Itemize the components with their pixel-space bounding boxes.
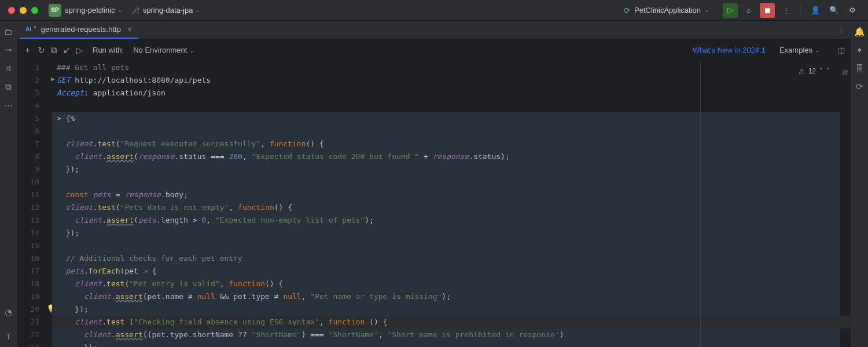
structure-tool-icon[interactable]: ⧉ [5, 82, 12, 92]
warning-count: 12 [808, 67, 816, 75]
copy-icon[interactable]: ⧉ [51, 45, 57, 56]
search-icon[interactable]: 🔍 [826, 3, 841, 18]
whats-new-link[interactable]: What's New in 2024.1 [693, 46, 766, 54]
run-config-icon: ⟳ [624, 6, 631, 15]
add-request-icon[interactable]: ＋ [23, 45, 32, 56]
import-icon[interactable]: ↙ [63, 45, 71, 56]
right-tool-strip: 🔔 ✦ 🗄 ⟳ [851, 21, 868, 347]
services-tool-icon[interactable]: ◔ [5, 307, 12, 318]
window-controls [8, 7, 38, 14]
project-tool-icon[interactable]: 🗀 [4, 27, 13, 36]
gutter[interactable]: 1234 5678 9101112 13141516 17181920 2122… [17, 61, 52, 347]
tab-filename: generated-requests.http [41, 25, 121, 34]
examples-dropdown[interactable]: Examples⌄ [779, 46, 827, 54]
minimap-indicator: m [842, 67, 847, 77]
chevron-down-icon: ⌄ [704, 7, 709, 13]
code-with-me-icon[interactable]: 👤 [808, 3, 823, 18]
settings-icon[interactable]: ⚙ [845, 3, 860, 18]
http-file-icon: AI [25, 26, 31, 32]
branch-name[interactable]: spring-data-jpa [143, 6, 193, 14]
maven-tool-icon[interactable]: ⟳ [856, 82, 863, 92]
maximize-window-button[interactable] [31, 7, 38, 14]
chevron-down-icon[interactable]: ⌄ [195, 7, 200, 13]
run-all-icon[interactable]: ▷ [76, 45, 83, 56]
minimize-window-button[interactable] [20, 7, 27, 14]
commit-tool-icon[interactable]: ⊸ [5, 45, 12, 55]
more-tools-icon[interactable]: ⋯ [4, 100, 13, 110]
chevron-down-icon: ⌄ [189, 47, 194, 54]
notifications-icon[interactable]: 🔔 [854, 27, 865, 37]
close-tab-icon[interactable]: ✕ [127, 25, 133, 34]
right-margin-line [700, 61, 701, 347]
more-actions-button[interactable]: ⋮ [778, 3, 793, 18]
tab-options-icon[interactable]: ⋮ [837, 25, 845, 34]
modified-dot-icon: ● [34, 24, 36, 29]
history-icon[interactable]: ↻ [38, 45, 45, 56]
run-config-name: PetClinicApplication [634, 6, 701, 14]
next-highlight-icon[interactable]: ˅ [826, 67, 830, 75]
prev-highlight-icon[interactable]: ˄ [819, 67, 823, 75]
project-badge: SP [49, 4, 61, 17]
close-window-button[interactable] [8, 7, 15, 14]
titlebar: SP spring-petclinic ⌄ ⎇ spring-data-jpa … [0, 0, 868, 21]
left-tool-strip: 🗀 ⊸ ⤮ ⧉ ⋯ ◔ T [0, 21, 17, 347]
database-tool-icon[interactable]: 🗄 [855, 64, 864, 73]
runwith-label: Run with: [93, 46, 124, 54]
warning-icon: ⚠ [799, 67, 805, 75]
vcs-branch-icon: ⎇ [130, 6, 139, 15]
code-editor[interactable]: ⚠ 12 ˄ ˅ m 1234 5678 9101112 13141516 17… [17, 61, 851, 347]
editor-tab[interactable]: AI ● generated-requests.http ✕ [20, 21, 138, 39]
stop-button[interactable]: ◼ [760, 3, 775, 18]
layout-settings-icon[interactable]: ◫ [838, 46, 845, 54]
run-button[interactable]: ▷ [723, 3, 738, 18]
debug-button[interactable]: ⌕ [741, 3, 756, 18]
ai-assistant-icon[interactable]: ✦ [856, 45, 863, 56]
editor-tabbar: AI ● generated-requests.http ✕ ⋮ [17, 21, 851, 39]
chevron-down-icon: ⌄ [815, 47, 819, 53]
chevron-down-icon[interactable]: ⌄ [117, 7, 122, 13]
http-toolbar: ＋ ↻ ⧉ ↙ ▷ Run with: No Environment ⌄ Wha… [17, 39, 851, 61]
terminal-tool-icon[interactable]: T [6, 331, 11, 341]
project-name[interactable]: spring-petclinic [65, 6, 115, 14]
inspection-widget[interactable]: ⚠ 12 ˄ ˅ [799, 67, 830, 75]
runwith-dropdown[interactable]: No Environment ⌄ [133, 46, 202, 54]
pull-requests-icon[interactable]: ⤮ [5, 63, 12, 73]
run-config-selector[interactable]: ⟳ PetClinicApplication ⌄ [624, 6, 717, 15]
